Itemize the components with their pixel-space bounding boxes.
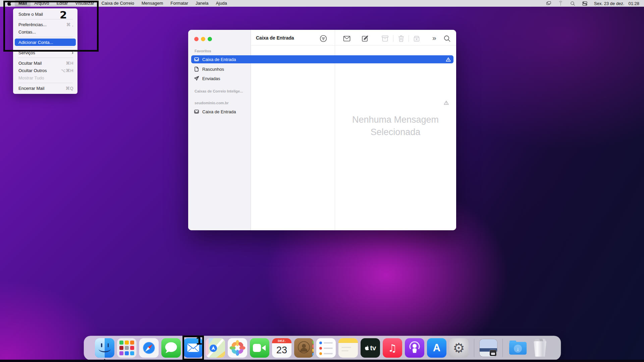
compose-icon[interactable]	[361, 35, 369, 43]
menubar-item-formatar[interactable]: Formatar	[167, 0, 192, 7]
desktop: Mail Arquivo Editar Visualizar Caixa de …	[0, 0, 644, 362]
junk-icon[interactable]	[413, 35, 421, 43]
dock-maps-icon[interactable]	[206, 338, 225, 358]
toolbar-divider	[251, 45, 456, 46]
dock-messages-icon[interactable]	[161, 338, 181, 358]
sidebar-item-enviadas[interactable]: Enviadas	[191, 74, 453, 82]
menu-item-contas[interactable]: Contas...	[13, 28, 77, 36]
get-mail-icon[interactable]	[343, 35, 351, 43]
minimize-button[interactable]	[201, 37, 205, 41]
menubar-date: Sex. 23 de dez.	[594, 1, 624, 6]
dock-trash-icon[interactable]	[530, 338, 550, 358]
menubar-item-mensagem[interactable]: Mensagem	[138, 0, 167, 7]
shortcut-label: ⌘H	[66, 61, 73, 66]
toolbar-separator	[409, 35, 409, 42]
filter-icon[interactable]	[319, 35, 327, 43]
dock: 1 DEZ. 23	[84, 336, 561, 360]
menubar-status-area: Sex. 23 de dez. 01:28	[546, 1, 644, 6]
sidebar-item-caixa-de-entrada[interactable]: Caixa de Entrada	[191, 55, 453, 63]
shortcut-label: ⌥⌘H	[61, 68, 73, 73]
sidebar-section-smart-mailboxes: Caixas de Correio Intelige...	[195, 89, 243, 93]
preview-badge-icon	[490, 350, 496, 356]
calendar-day-label: 23	[276, 343, 287, 357]
sidebar-section-favoritos: Favoritos	[195, 49, 211, 53]
sent-icon	[194, 76, 199, 81]
menu-item-adicionar-conta[interactable]: Adicionar Conta...	[15, 39, 76, 46]
apple-logo-icon	[7, 1, 11, 6]
dock-facetime-icon[interactable]	[250, 338, 269, 358]
annotation-label-step2: 2	[60, 9, 67, 21]
menubar-item-ajuda[interactable]: Ajuda	[212, 0, 230, 7]
calendar-month-label: DEZ.	[272, 338, 291, 343]
zoom-button[interactable]	[208, 37, 212, 41]
warning-icon	[444, 100, 449, 105]
dock-appstore-icon[interactable]	[427, 338, 446, 358]
toolbar-separator	[393, 35, 393, 42]
dock-music-icon[interactable]	[383, 338, 402, 358]
close-button[interactable]	[194, 37, 199, 41]
menu-item-preferencias[interactable]: Preferências...⌘ ,	[13, 21, 77, 28]
menu-separator	[18, 83, 73, 83]
dock-contacts-icon[interactable]	[294, 338, 314, 358]
menubar-item-editar[interactable]: Editar	[53, 0, 71, 7]
archive-icon[interactable]	[381, 35, 389, 43]
dock-separator	[502, 339, 503, 357]
dock-appletv-icon[interactable]: tv	[361, 338, 380, 358]
menubar-time: 01:28	[628, 1, 639, 6]
list-column-title: Caixa de Entrada	[256, 35, 294, 41]
dock-notes-icon[interactable]	[338, 338, 358, 358]
dock-calendar-icon[interactable]: DEZ. 23	[272, 338, 291, 358]
submenu-chevron-icon: ›	[72, 50, 73, 55]
menu-item-sobre-o-mail[interactable]: Sobre o Mail	[13, 10, 77, 18]
display-windows-icon[interactable]	[546, 1, 551, 6]
mail-menu-dropdown: Sobre o Mail Preferências...⌘ , Contas..…	[13, 8, 77, 94]
annotation-label-step1: 1	[196, 335, 203, 347]
menu-item-encerrar-mail[interactable]: Encerrar Mail⌘Q	[13, 84, 77, 92]
antenna-icon[interactable]	[558, 1, 564, 6]
no-message-placeholder: Nenhuma Mensagem Selecionada	[335, 114, 456, 138]
trash-icon[interactable]	[397, 35, 405, 43]
inbox-icon	[194, 109, 199, 114]
draft-icon	[194, 66, 199, 72]
mail-window: Caixa de Entrada » Favoritos	[188, 30, 456, 230]
dock-podcasts-icon[interactable]	[405, 338, 424, 358]
dock-finder-icon[interactable]	[95, 338, 114, 358]
download-arrow-icon: ↓	[514, 345, 522, 353]
more-icon[interactable]: »	[432, 34, 436, 42]
menubar-item-caixa-de-correio[interactable]: Caixa de Correio	[98, 0, 138, 7]
menubar-clock[interactable]: Sex. 23 de dez. 01:28	[594, 1, 639, 6]
menu-item-servicos[interactable]: Serviços›	[13, 49, 77, 56]
window-controls	[194, 37, 212, 41]
dock-launchpad-icon[interactable]	[117, 338, 137, 358]
dock-system-preferences-icon[interactable]	[449, 338, 469, 358]
menu-item-mostrar-tudo: Mostrar Tudo	[13, 74, 77, 81]
inbox-icon	[194, 57, 199, 62]
search-icon[interactable]	[443, 35, 451, 43]
warning-icon	[446, 57, 451, 62]
sidebar-section-account: seudominio.com.br	[195, 101, 228, 105]
menu-separator	[18, 58, 73, 58]
sidebar-item-rascunhos[interactable]: Rascunhos	[191, 65, 453, 73]
menubar-item-janela[interactable]: Janela	[192, 0, 212, 7]
menu-bar: Mail Arquivo Editar Visualizar Caixa de …	[0, 0, 644, 7]
menubar-item-arquivo[interactable]: Arquivo	[31, 0, 53, 7]
menubar-item-visualizar[interactable]: Visualizar	[71, 0, 98, 7]
dock-safari-icon[interactable]	[139, 338, 159, 358]
shortcut-label: ⌘ ,	[66, 22, 73, 27]
menu-item-ocultar-mail[interactable]: Ocultar Mail⌘H	[13, 59, 77, 67]
apple-menu[interactable]	[5, 1, 13, 6]
dock-minimized-window[interactable]	[480, 339, 497, 357]
menu-separator	[18, 37, 73, 37]
dock-photos-icon[interactable]	[228, 338, 247, 358]
control-center-icon[interactable]	[582, 1, 588, 6]
dock-mail-icon[interactable]: 1	[183, 338, 203, 358]
shortcut-label: ⌘Q	[66, 86, 73, 91]
appletv-label: tv	[370, 344, 376, 352]
apple-logo-icon	[365, 345, 369, 351]
menu-item-ocultar-outros[interactable]: Ocultar Outros⌥⌘H	[13, 67, 77, 74]
menubar-item-mail[interactable]: Mail	[15, 0, 31, 7]
dock-reminders-icon[interactable]	[316, 338, 336, 358]
dock-downloads-icon[interactable]: ↓	[508, 338, 528, 358]
spotlight-search-icon[interactable]	[570, 1, 576, 6]
menu-separator	[18, 47, 73, 48]
